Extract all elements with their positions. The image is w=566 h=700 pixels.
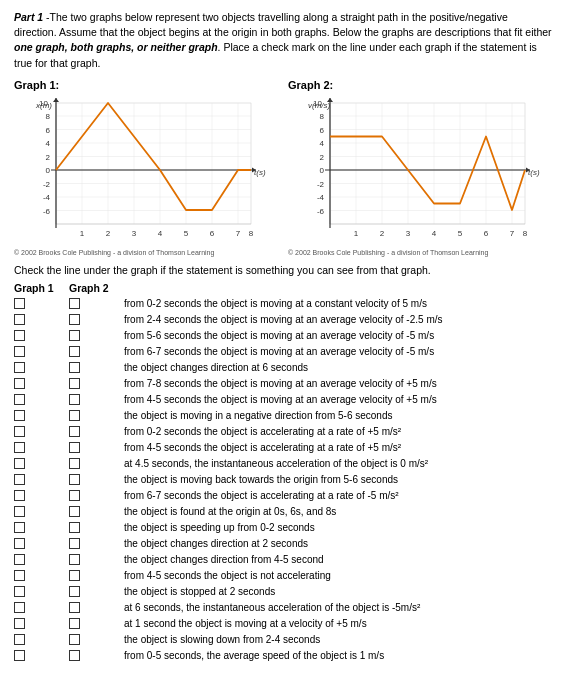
graph1-checkbox[interactable] (14, 378, 25, 389)
graph1-checkbox[interactable] (14, 602, 25, 613)
statement-text: at 4.5 seconds, the instantaneous accele… (124, 457, 552, 471)
statement-row: at 4.5 seconds, the instantaneous accele… (14, 457, 552, 471)
graphs-row: Graph 1: (14, 79, 552, 256)
graph1-checkbox[interactable] (14, 570, 25, 581)
graph2-checkbox[interactable] (69, 522, 80, 533)
statement-row: the object is slowing down from 2-4 seco… (14, 633, 552, 647)
graph2-checkbox[interactable] (69, 554, 80, 565)
svg-text:3: 3 (132, 229, 137, 238)
graph1-checkbox[interactable] (14, 362, 25, 373)
graph1-checkbox[interactable] (14, 330, 25, 341)
col-headers-row: Graph 1 Graph 2 (14, 282, 552, 294)
svg-text:4: 4 (46, 139, 51, 148)
graph1-checkbox[interactable] (14, 426, 25, 437)
graph1-checkbox[interactable] (14, 314, 25, 325)
graph2-copyright: © 2002 Brooks Cole Publishing - a divisi… (288, 249, 552, 256)
graph2-checkbox[interactable] (69, 442, 80, 453)
statement-row: the object is found at the origin at 0s,… (14, 505, 552, 519)
svg-text:8: 8 (523, 229, 528, 238)
svg-text:8: 8 (249, 229, 254, 238)
graph1-checkbox[interactable] (14, 586, 25, 597)
graph2-checkbox[interactable] (69, 570, 80, 581)
graph2-checkbox[interactable] (69, 458, 80, 469)
graph1-checkbox[interactable] (14, 474, 25, 485)
graph2-checkbox[interactable] (69, 490, 80, 501)
statement-text: the object is stopped at 2 seconds (124, 585, 552, 599)
graph2-checkbox[interactable] (69, 506, 80, 517)
graph2-checkbox[interactable] (69, 618, 80, 629)
svg-text:2: 2 (320, 152, 325, 161)
statements-list: from 0-2 seconds the object is moving at… (14, 297, 552, 663)
graph2-checkbox[interactable] (69, 362, 80, 373)
graph1-wrap: 0 2 4 6 8 10 -2 -4 -6 1 2 3 4 5 6 7 8 (14, 93, 278, 248)
graph2-checkbox[interactable] (69, 634, 80, 645)
graph2-checkbox[interactable] (69, 378, 80, 389)
graph2-checkbox[interactable] (69, 394, 80, 405)
svg-marker-23 (53, 98, 59, 102)
statement-text: the object changes direction from 4-5 se… (124, 553, 552, 567)
statement-row: the object changes direction from 4-5 se… (14, 553, 552, 567)
svg-text:8: 8 (46, 112, 51, 121)
graph1-checkbox[interactable] (14, 650, 25, 661)
statement-row: the object is moving in a negative direc… (14, 409, 552, 423)
svg-text:2: 2 (106, 229, 111, 238)
graph1-checkbox[interactable] (14, 618, 25, 629)
statement-row: from 7-8 seconds the object is moving at… (14, 377, 552, 391)
statement-row: from 0-5 seconds, the average speed of t… (14, 649, 552, 663)
svg-text:5: 5 (458, 229, 463, 238)
statement-row: the object is stopped at 2 seconds (14, 585, 552, 599)
graph1-container: Graph 1: (14, 79, 278, 256)
svg-text:7: 7 (236, 229, 241, 238)
svg-text:t(s): t(s) (254, 168, 266, 177)
svg-text:-6: -6 (317, 206, 325, 215)
statement-text: from 4-5 seconds the object is accelerat… (124, 441, 552, 455)
graph1-checkbox[interactable] (14, 506, 25, 517)
graph2-checkbox[interactable] (69, 650, 80, 661)
graph1-title: Graph 1: (14, 79, 278, 91)
svg-text:0: 0 (46, 166, 51, 175)
graph2-checkbox[interactable] (69, 602, 80, 613)
graph2-checkbox[interactable] (69, 426, 80, 437)
graph1-checkbox[interactable] (14, 490, 25, 501)
statement-text: from 7-8 seconds the object is moving at… (124, 377, 552, 391)
graph1-checkbox[interactable] (14, 346, 25, 357)
graph1-checkbox[interactable] (14, 458, 25, 469)
graph2-checkbox[interactable] (69, 474, 80, 485)
statement-row: from 4-5 seconds the object is moving at… (14, 393, 552, 407)
svg-text:0: 0 (320, 166, 325, 175)
statement-text: from 0-2 seconds the object is moving at… (124, 297, 552, 311)
graph1-checkbox[interactable] (14, 394, 25, 405)
svg-text:6: 6 (210, 229, 215, 238)
graph1-checkbox[interactable] (14, 410, 25, 421)
graph1-checkbox[interactable] (14, 442, 25, 453)
graph2-checkbox[interactable] (69, 538, 80, 549)
svg-text:7: 7 (510, 229, 515, 238)
svg-text:6: 6 (46, 125, 51, 134)
statement-row: from 4-5 seconds the object is not accel… (14, 569, 552, 583)
graph2-checkbox[interactable] (69, 410, 80, 421)
statement-text: the object is moving back towards the or… (124, 473, 552, 487)
statement-text: from 4-5 seconds the object is moving at… (124, 393, 552, 407)
graph2-checkbox[interactable] (69, 298, 80, 309)
svg-text:-4: -4 (317, 193, 325, 202)
statement-row: from 2-4 seconds the object is moving at… (14, 313, 552, 327)
graph1-checkbox[interactable] (14, 538, 25, 549)
graph2-checkbox[interactable] (69, 330, 80, 341)
graph2-checkbox[interactable] (69, 586, 80, 597)
statement-text: the object is slowing down from 2-4 seco… (124, 633, 552, 647)
graph2-checkbox[interactable] (69, 346, 80, 357)
svg-text:-2: -2 (317, 179, 325, 188)
graph1-checkbox[interactable] (14, 522, 25, 533)
graph2-checkbox[interactable] (69, 314, 80, 325)
graph1-checkbox[interactable] (14, 634, 25, 645)
check-instruction: Check the line under the graph if the st… (14, 264, 552, 276)
statement-row: from 0-2 seconds the object is moving at… (14, 297, 552, 311)
svg-text:t(s): t(s) (528, 168, 540, 177)
statement-row: at 6 seconds, the instantaneous accelera… (14, 601, 552, 615)
svg-text:-4: -4 (43, 193, 51, 202)
graph1-checkbox[interactable] (14, 554, 25, 565)
emphasis-text: one graph, both graphs, or neither graph (14, 41, 218, 53)
svg-text:v(m/s): v(m/s) (308, 101, 331, 110)
part-label: Part 1 (14, 11, 43, 23)
graph1-checkbox[interactable] (14, 298, 25, 309)
